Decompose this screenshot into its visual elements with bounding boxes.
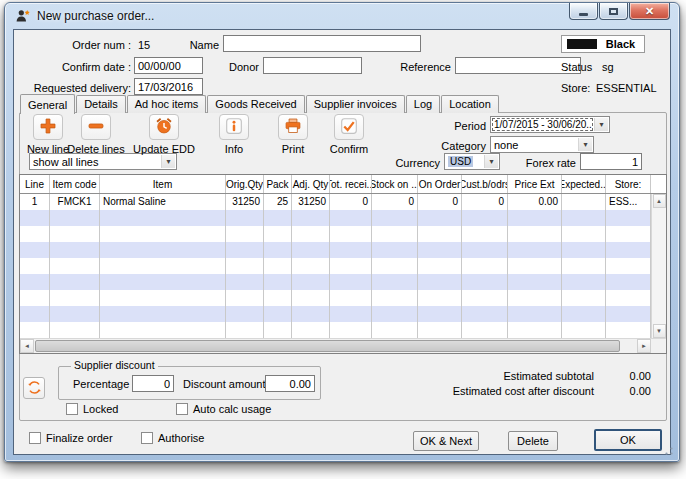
tab-general[interactable]: General	[20, 94, 75, 114]
finalize-order-checkbox[interactable]: Finalize order	[29, 432, 113, 444]
table-empty-row[interactable]	[20, 322, 651, 338]
table-empty-row[interactable]	[20, 306, 651, 322]
scrollbar-thumb[interactable]	[35, 340, 620, 352]
cell	[418, 274, 462, 290]
tab-log[interactable]: Log	[406, 95, 440, 113]
scroll-right-icon[interactable]	[637, 339, 651, 353]
column-header[interactable]: Expected...	[562, 175, 606, 193]
cell	[562, 210, 606, 226]
period-select[interactable]: 1/07/2015 - 30/06/20..	[490, 116, 610, 133]
delete-button[interactable]: Delete	[508, 431, 558, 451]
minimize-button[interactable]	[569, 3, 598, 20]
table-row[interactable]: 1FMCK1Normal Saline31250253125000000.00E…	[20, 194, 651, 210]
tab-details[interactable]: Details	[76, 95, 126, 113]
column-header[interactable]: Pack	[264, 175, 292, 193]
column-header[interactable]: Item code	[50, 175, 100, 193]
ok-next-button[interactable]: OK & Next	[413, 431, 479, 451]
confirm-date-input[interactable]	[134, 57, 203, 74]
scroll-down-icon[interactable]	[653, 324, 666, 338]
table-empty-row[interactable]	[20, 290, 651, 306]
tab-ad-hoc-items[interactable]: Ad hoc items	[127, 95, 207, 113]
recalculate-discount-button[interactable]	[23, 377, 45, 399]
table-empty-row[interactable]	[20, 210, 651, 226]
cell	[508, 322, 562, 338]
cell	[606, 306, 651, 322]
ok-button[interactable]: OK	[594, 429, 662, 451]
donor-label: Donor	[194, 59, 259, 75]
show-lines-select[interactable]: show all lines	[29, 153, 177, 170]
table-empty-row[interactable]	[20, 242, 651, 258]
scroll-up-icon[interactable]	[653, 194, 666, 208]
discount-amount-input[interactable]	[265, 375, 315, 392]
locked-checkbox[interactable]: Locked	[66, 403, 118, 415]
donor-input[interactable]	[263, 57, 362, 74]
close-button[interactable]: ✕	[629, 3, 670, 20]
title-bar[interactable]: New purchase order... ✕	[5, 3, 679, 28]
cell	[606, 274, 651, 290]
currency-select[interactable]: USD	[444, 153, 500, 170]
name-input[interactable]	[223, 35, 421, 52]
color-name: Black	[597, 38, 644, 50]
horizontal-scrollbar[interactable]	[20, 338, 666, 353]
status-label: Status	[561, 59, 592, 75]
tab-location[interactable]: Location	[441, 95, 499, 113]
scroll-left-icon[interactable]	[20, 339, 34, 353]
column-header[interactable]: Item	[100, 175, 226, 193]
column-header[interactable]: Cust.b/odrs	[462, 175, 508, 193]
table-empty-row[interactable]	[20, 226, 651, 242]
column-header[interactable]: Store:	[606, 175, 651, 193]
chevron-down-icon	[161, 155, 175, 168]
cell	[418, 322, 462, 338]
tab-goods-received[interactable]: Goods Received	[207, 95, 304, 113]
cell	[264, 274, 292, 290]
cell	[20, 226, 50, 242]
color-swatch-button[interactable]: Black	[561, 35, 645, 53]
column-header[interactable]: Tot. recei...	[330, 175, 372, 193]
auto-calc-usage-checkbox[interactable]: Auto calc usage	[176, 403, 271, 415]
info-button[interactable]: Info	[200, 114, 268, 155]
supplier-discount-group: Supplier discount Percentage Discount am…	[58, 366, 321, 400]
vertical-scrollbar[interactable]	[651, 194, 666, 338]
category-select[interactable]: none	[490, 136, 594, 153]
store-value: ESSENTIAL	[596, 80, 657, 96]
column-header[interactable]: On Order	[418, 175, 462, 193]
cell: 31250	[292, 194, 330, 210]
column-header[interactable]: Line	[20, 175, 50, 193]
plus-icon	[39, 117, 57, 137]
column-header[interactable]: Orig.Qty	[226, 175, 264, 193]
maximize-button[interactable]	[599, 3, 628, 20]
cell	[606, 322, 651, 338]
cell	[330, 210, 372, 226]
column-header[interactable]: Price Ext	[508, 175, 562, 193]
cell	[562, 274, 606, 290]
cell	[418, 242, 462, 258]
requested-delivery-input[interactable]	[134, 78, 203, 95]
table-empty-row[interactable]	[20, 258, 651, 274]
authorise-checkbox[interactable]: Authorise	[141, 432, 204, 444]
table-rows: 1FMCK1Normal Saline31250253125000000.00E…	[20, 194, 651, 338]
tab-supplier-invoices[interactable]: Supplier invoices	[306, 95, 405, 113]
column-header[interactable]: Adj. Qty	[292, 175, 330, 193]
cell	[20, 274, 50, 290]
cell	[264, 322, 292, 338]
resize-grip[interactable]	[662, 445, 674, 457]
cell	[462, 290, 508, 306]
column-header[interactable]: Stock on ...	[372, 175, 418, 193]
confirm-button[interactable]: Confirm	[315, 114, 383, 155]
cell	[508, 226, 562, 242]
percentage-input[interactable]	[132, 375, 174, 392]
new-order-person-icon	[15, 8, 31, 24]
table-empty-row[interactable]	[20, 274, 651, 290]
cell	[264, 210, 292, 226]
cell	[562, 242, 606, 258]
cell: 1	[20, 194, 50, 210]
cell	[292, 274, 330, 290]
forex-rate-input[interactable]	[580, 153, 642, 170]
cell	[330, 290, 372, 306]
delete-lines-button[interactable]: Delete lines	[62, 114, 130, 155]
cell	[50, 322, 100, 338]
cell	[292, 290, 330, 306]
cell	[50, 274, 100, 290]
sync-icon	[27, 380, 42, 397]
update-edd-button[interactable]: Update EDD	[130, 114, 198, 155]
